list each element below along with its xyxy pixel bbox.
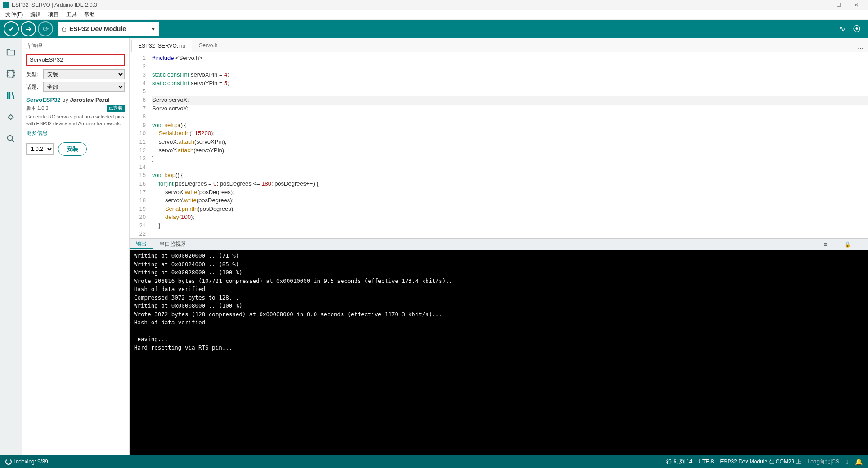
menubar: 文件(F) 编辑 项目 工具 帮助: [0, 10, 868, 20]
window-title: ESP32_SERVO | Arduino IDE 2.0.3: [12, 2, 97, 8]
debug-button[interactable]: ⟳: [38, 21, 53, 36]
library-description: Generate RC servo signal on a selected p…: [26, 114, 125, 127]
type-filter-label: 类型:: [26, 71, 43, 78]
tab-header[interactable]: Servo.h: [192, 39, 224, 52]
toolbar: ✔ ➔ ⟳ ⎙ ESP32 Dev Module ▾ ∿ ⦿: [0, 20, 868, 38]
board-selector[interactable]: ⎙ ESP32 Dev Module ▾: [58, 22, 159, 36]
version-select[interactable]: 1.0.2: [26, 143, 54, 155]
topic-filter-label: 话题:: [26, 83, 43, 91]
titlebar: ESP32_SERVO | Arduino IDE 2.0.3 ─ ☐ ✕: [0, 0, 868, 10]
upload-button[interactable]: ➔: [21, 21, 36, 36]
maximize-button[interactable]: ☐: [829, 2, 847, 8]
board-status: ESP32 Dev Module 在 COM29 上: [720, 458, 801, 466]
board-manager-icon[interactable]: [4, 67, 18, 81]
menu-help[interactable]: 帮助: [81, 11, 99, 18]
serial-plotter-icon[interactable]: ∿: [839, 24, 846, 34]
menu-tools[interactable]: 工具: [63, 11, 81, 18]
svg-point-1: [8, 136, 13, 141]
notification-bell-icon[interactable]: 🔔: [855, 458, 863, 465]
output-options-icon[interactable]: ≡: [818, 241, 833, 248]
output-tab[interactable]: 输出: [130, 240, 153, 249]
output-tabs: 输出 串口监视器 ≡ 🔒: [130, 238, 868, 250]
library-name: ServoESP32: [26, 96, 61, 103]
usb-icon: ⎙: [62, 25, 66, 32]
code-editor[interactable]: 12345678910111213141516171819202122 #inc…: [130, 52, 868, 238]
output-console[interactable]: Writing at 0x00020000... (71 %) Writing …: [130, 250, 868, 455]
type-filter-select[interactable]: 安装: [43, 69, 125, 79]
sketch-folder-icon[interactable]: [4, 45, 18, 59]
topic-filter-select[interactable]: 全部: [43, 82, 125, 92]
editor-area: ESP32_SERVO.ino Servo.h ⋯ 12345678910111…: [130, 38, 868, 455]
debug-icon[interactable]: [4, 110, 18, 124]
status-bar: indexing: 9/39 行 6, 列 14 UTF-8 ESP32 Dev…: [0, 455, 868, 468]
menu-project[interactable]: 项目: [45, 11, 63, 18]
arduino-logo-icon: [3, 2, 9, 8]
svg-rect-0: [8, 71, 14, 77]
library-entry: ServoESP32 by Jaroslav Paral 版本 1.0.3 已安…: [26, 96, 125, 156]
verify-button[interactable]: ✔: [4, 21, 19, 36]
library-manager-icon[interactable]: [4, 88, 18, 103]
library-manager-panel: 库管理 类型: 安装 话题: 全部 ServoESP32 by Jaroslav…: [22, 38, 130, 455]
search-icon[interactable]: [4, 132, 18, 146]
tab-overflow-icon[interactable]: ⋯: [858, 45, 864, 52]
library-search-input[interactable]: [26, 54, 125, 66]
tab-sketch[interactable]: ESP32_SERVO.ino: [131, 40, 192, 52]
board-name: ESP32 Dev Module: [69, 25, 126, 32]
serial-monitor-icon[interactable]: ⦿: [853, 24, 861, 34]
output-lock-icon[interactable]: 🔒: [838, 241, 857, 248]
spinner-icon: [5, 459, 12, 465]
library-version: 版本 1.0.3: [26, 105, 49, 112]
watermark: Long向北|CS: [808, 458, 839, 466]
serial-monitor-tab[interactable]: 串口监视器: [153, 241, 193, 248]
more-info-link[interactable]: 更多信息: [26, 129, 125, 137]
menu-file[interactable]: 文件(F): [2, 11, 27, 18]
editor-tabs: ESP32_SERVO.ino Servo.h ⋯: [130, 38, 868, 52]
chevron-down-icon: ▾: [152, 25, 155, 32]
library-author: Jaroslav Paral: [70, 96, 110, 103]
close-panel-icon[interactable]: ▯: [846, 459, 849, 465]
cursor-position: 行 6, 列 14: [666, 458, 692, 466]
indexing-status: indexing: 9/39: [14, 459, 48, 465]
close-button[interactable]: ✕: [847, 2, 865, 8]
minimize-button[interactable]: ─: [811, 2, 829, 8]
encoding-status: UTF-8: [698, 459, 714, 465]
install-button[interactable]: 安装: [58, 142, 87, 156]
panel-title: 库管理: [26, 41, 125, 54]
installed-badge: 已安装: [107, 105, 125, 112]
activity-bar: [0, 38, 22, 455]
menu-edit[interactable]: 编辑: [27, 11, 45, 18]
